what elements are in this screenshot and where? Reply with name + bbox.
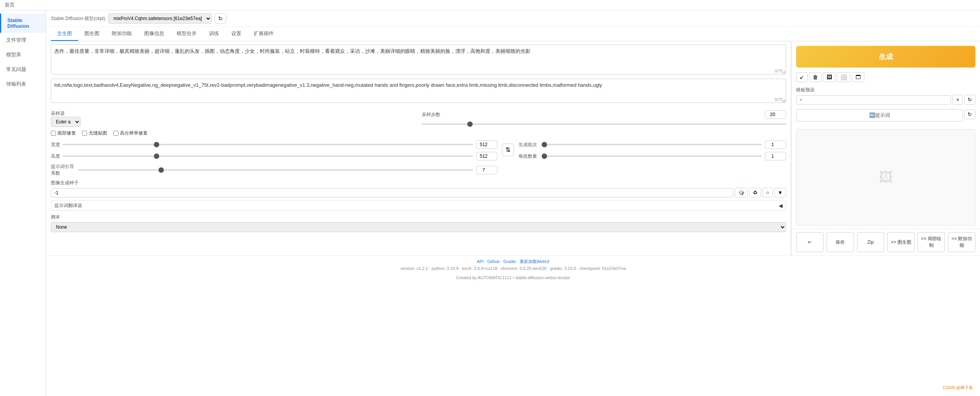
template-section: 模板预设 × ↻ 🔤提示词 ↻ [796,87,975,121]
toolbar-square-icon[interactable]: ⬜ [837,72,850,82]
template-clear-button[interactable]: × [953,95,963,104]
model-label: Stable Diffusion 模型(ckpt) [51,15,105,22]
hires-fix-checkbox[interactable]: 高分辨率修复 [113,130,148,136]
sidebar: Stable Diffusion 文件管理 模型库 常见问题 传输列表 [0,10,46,396]
gradio-link[interactable]: Gradio [503,259,516,264]
toolbar-window-icon[interactable]: 🗖 [852,72,864,82]
batch-count-slider[interactable] [542,144,762,145]
sidebar-item-file-manager[interactable]: 文件管理 [0,33,46,47]
translator-icon: ◀ [779,203,783,209]
script-row: 脚本 None [51,214,786,232]
img2img-button[interactable]: >> 图生图 [887,232,914,252]
swap-dimensions-button[interactable]: ⇅ [502,143,514,156]
height-slider[interactable] [62,155,473,157]
zip-button[interactable]: Zip [857,232,884,252]
tab-train[interactable]: 训练 [203,27,225,41]
main-content: 0/75 0/75 [46,41,980,396]
tab-model-merge[interactable]: 模型合并 [170,27,203,41]
suggest-refresh-button[interactable]: ↻ [964,110,975,119]
cfg-input[interactable] [476,166,497,174]
checkbox-row: 面部修复 无缝贴图 高分辨率修复 [51,130,786,136]
positive-prompt-box: 0/75 [51,44,786,76]
generate-button[interactable]: 生成 [796,46,975,67]
save-button[interactable]: 保存 [827,232,854,252]
model-bar: Stable Diffusion 模型(ckpt) mixProV4.Cqhm.… [46,10,980,27]
footer: API · Github · Gradio · 重新加载WebUI versio… [46,255,980,274]
model-select-wrapper: mixProV4.Cqhm.safetensors [61e23e57ea] ↻ [108,13,226,24]
tab-image-info[interactable]: 图像信息 [138,27,170,41]
content-area: Stable Diffusion 模型(ckpt) mixProV4.Cqhm.… [46,10,980,396]
back-button[interactable]: ↩ [796,232,823,252]
tab-extras[interactable]: 附加功能 [106,27,138,41]
tiling-checkbox[interactable]: 无缝贴图 [82,130,107,136]
height-row: 高度 [51,152,497,160]
toolbar-arrow-icon[interactable]: ↙ [796,72,808,82]
sidebar-item-faq[interactable]: 常见问题 [0,62,46,77]
tab-extensions[interactable]: 扩展插件 [248,27,280,41]
sidebar-item-model-library[interactable]: 模型库 [0,47,46,62]
footer-bottom: Created by AUTOMATIC1111 / stable-diffus… [46,274,980,281]
face-restore-checkbox[interactable]: 面部修复 [51,130,76,136]
seed-arrow-button[interactable]: ▼ [774,188,786,197]
github-link[interactable]: Github [487,259,500,264]
sampler-select[interactable]: Euler a [51,117,81,127]
sidebar-item-transfer[interactable]: 传输列表 [0,77,46,91]
script-select[interactable]: None [51,222,786,232]
inpaint-button[interactable]: >> 局部绘制 [918,232,945,252]
width-label: 宽度 [51,142,62,148]
width-row: 宽度 [51,140,497,149]
toolbar-trash-icon[interactable]: 🗑 [809,72,822,82]
batch-size-label: 每批数量 [519,153,542,160]
extras-button[interactable]: >> 附加功能 [948,232,975,252]
batch-size-input[interactable] [765,152,786,160]
suggest-button[interactable]: 🔤提示词 [796,109,963,121]
model-select[interactable]: mixProV4.Cqhm.safetensors [61e23e57ea] [108,13,212,24]
batch-count-label: 生成批次 [519,142,542,148]
batch-count-input[interactable] [765,140,786,149]
negative-prompt-input[interactable] [51,79,786,103]
negative-char-count: 0/75 [775,97,783,102]
width-input[interactable] [476,140,497,149]
positive-char-count: 0/75 [775,69,783,73]
seed-recycle-button[interactable]: 🎲 [735,188,748,197]
refresh-model-button[interactable]: ↻ [215,13,226,24]
watermark: CSDN @稀子集 [941,384,975,391]
positive-prompt-input[interactable] [51,44,786,74]
steps-slider[interactable] [422,123,786,125]
tab-img2img[interactable]: 图生图 [78,27,106,41]
home-link[interactable]: 首页 [5,2,15,8]
height-input[interactable] [476,152,497,160]
batch-size-slider[interactable] [542,155,762,157]
seed-row: 🎲 ♻ ○ ▼ [51,188,786,197]
api-link[interactable]: API [477,259,484,264]
version-info: version: v1.2.1 · python: 3.10.9 · torch… [49,266,977,271]
tab-settings[interactable]: 设置 [225,27,248,41]
cfg-slider[interactable] [78,169,473,171]
sampler-label: 采样器 [51,110,416,117]
seed-random-button[interactable]: ♻ [749,188,761,197]
image-placeholder-icon: 🖼 [879,169,893,185]
template-refresh-button[interactable]: ↻ [964,95,975,104]
seed-extra-button[interactable]: ○ [763,188,773,197]
toolbar-image-icon[interactable]: 🖼 [823,72,835,82]
translator-label: 提示词翻译器 [54,202,82,209]
two-panel: 0/75 0/75 [46,41,980,396]
top-nav: 首页 [0,0,980,10]
toolbar-icons: ↙ 🗑 🖼 ⬜ 🗖 [796,72,975,82]
seed-input[interactable] [51,188,733,197]
reload-webui-link[interactable]: 重新加载WebUI [520,259,549,264]
translator-row[interactable]: 提示词翻译器 ◀ [51,201,786,211]
batch-size-row: 每批数量 [519,152,786,160]
template-input[interactable] [796,95,951,104]
controls-section: 采样器 Euler a 采样步数 [51,107,786,238]
sidebar-item-stable-diffusion[interactable]: Stable Diffusion [0,13,46,33]
tabs-bar: 文生图 图生图 附加功能 图像信息 模型合并 训练 设置 扩展插件 [46,27,980,41]
script-label: 脚本 [51,214,786,221]
steps-label: 采样步数 [422,111,449,118]
tab-txt2img[interactable]: 文生图 [51,27,78,41]
seed-label: 图像生成种子 [51,180,786,186]
width-slider[interactable] [62,144,473,145]
height-label: 高度 [51,153,62,160]
batch-count-row: 生成批次 [519,140,786,149]
steps-input[interactable] [765,110,786,119]
